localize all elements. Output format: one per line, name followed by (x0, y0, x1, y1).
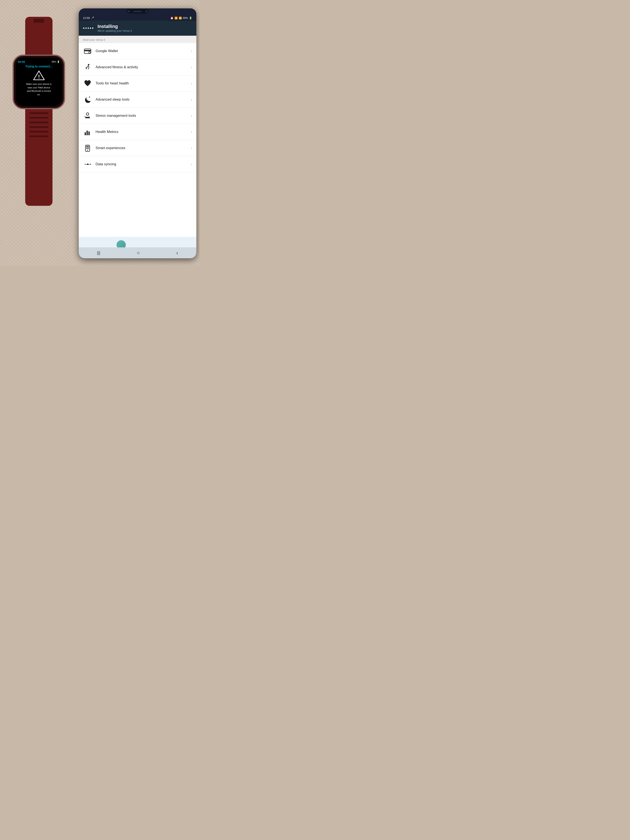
svg-point-16 (87, 150, 88, 151)
bottom-peek (79, 237, 196, 247)
menu-item-stress-tools[interactable]: Stress management tools › (79, 108, 196, 124)
wallet-icon (83, 46, 92, 56)
nav-back-button[interactable]: ‹ (172, 248, 182, 258)
watch-band-bottom (25, 109, 52, 206)
chevron-icon-smart-experiences: › (191, 146, 192, 150)
installing-subtitle: We're updating your Versa 4 (98, 29, 132, 32)
smart-icon (83, 144, 92, 153)
nav-home-button[interactable]: ○ (133, 248, 144, 257)
sleep-icon: Z (83, 95, 92, 104)
heart-icon (83, 79, 92, 88)
band-hole-6 (29, 136, 48, 137)
phone-content: Meet your Versa 4 Google Wallet › (79, 36, 196, 247)
svg-point-5 (88, 64, 90, 66)
band-hole-3 (29, 122, 48, 123)
watch-warning-icon: ! (33, 70, 45, 80)
watch-screen: 00:59 98% 🔋 Trying to connect... ! Make … (16, 58, 62, 106)
watch-device: 00:59 98% 🔋 Trying to connect... ! Make … (6, 17, 71, 206)
menu-item-google-wallet[interactable]: Google Wallet › (79, 43, 196, 59)
chevron-icon-health-metrics: › (191, 130, 192, 134)
running-icon (83, 63, 92, 72)
menu-label-sleep-tools: Advanced sleep tools (96, 98, 191, 102)
menu-item-sleep-tools[interactable]: Z Advanced sleep tools › (79, 92, 196, 108)
stress-icon (83, 111, 92, 120)
front-camera (128, 11, 129, 12)
menu-item-heart-health[interactable]: Tools for heart health › (79, 76, 196, 92)
metrics-icon (83, 127, 92, 136)
menu-item-smart-experiences[interactable]: Smart experiences › (79, 140, 196, 156)
status-bar: 12:59 🎤 ⏰ 📶 📶 66% 🔋 (79, 14, 196, 21)
phone-notch (79, 8, 196, 14)
android-nav-bar: ||| ○ ‹ (79, 247, 196, 258)
chevron-icon-advanced-fitness: › (191, 65, 192, 69)
menu-item-advanced-fitness[interactable]: Advanced fitness & activity › (79, 59, 196, 76)
section-label: Meet your Versa 4 (79, 36, 196, 43)
menu-label-health-metrics: Health Metrics (96, 130, 191, 134)
chevron-icon-sleep-tools: › (191, 98, 192, 102)
menu-label-heart-health: Tools for heart health (96, 81, 191, 85)
svg-rect-8 (85, 132, 86, 135)
svg-point-4 (88, 51, 90, 53)
menu-label-data-syncing: Data syncing (96, 162, 191, 166)
peek-avatar (117, 240, 126, 247)
chevron-icon-heart-health: › (191, 81, 192, 86)
menu-label-advanced-fitness: Advanced fitness & activity (96, 65, 191, 69)
svg-rect-3 (84, 50, 91, 51)
installing-title: Installing (98, 24, 132, 29)
chevron-icon-google-wallet: › (191, 49, 192, 53)
menu-list: Google Wallet › Advanced fitness & activ… (79, 43, 196, 237)
svg-text:•••••: ••••• (85, 163, 92, 166)
nav-recents-button[interactable]: ||| (93, 249, 104, 257)
back-dots[interactable]: ••••• (83, 25, 94, 31)
svg-text:!: ! (38, 74, 40, 80)
svg-point-7 (86, 113, 89, 115)
watch-time: 00:59 (18, 60, 25, 63)
menu-label-smart-experiences: Smart experiences (96, 146, 191, 150)
speaker (133, 11, 142, 12)
svg-text:Z: Z (89, 96, 90, 98)
notch (127, 9, 148, 14)
watch-band-top (25, 17, 52, 55)
watch-body: 00:59 98% 🔋 Trying to connect... ! Make … (13, 55, 65, 109)
installing-header: ••••• Installing We're updating your Ver… (79, 21, 196, 36)
watch-connecting-text: Trying to connect... (25, 65, 52, 68)
band-hole-4 (29, 126, 48, 128)
menu-label-stress-tools: Stress management tools (96, 114, 191, 118)
menu-item-health-metrics[interactable]: Health Metrics › (79, 124, 196, 140)
band-hole-1 (29, 112, 48, 114)
chevron-icon-stress-tools: › (191, 114, 192, 118)
watch-battery: 98% 🔋 (52, 60, 60, 63)
sensor (145, 11, 147, 12)
installing-text-block: Installing We're updating your Versa 4 (98, 24, 132, 32)
watch-top-bar: 00:59 98% 🔋 (18, 60, 60, 63)
watch-message: Make sure your phone isnear your Fitbit … (26, 82, 51, 96)
status-time: 12:59 🎤 (83, 16, 94, 19)
phone-device: 12:59 🎤 ⏰ 📶 📶 66% 🔋 ••••• Installing We'… (79, 8, 196, 258)
chevron-icon-data-syncing: › (191, 162, 192, 167)
band-hole-2 (29, 117, 48, 118)
menu-label-google-wallet: Google Wallet (96, 49, 191, 53)
svg-rect-13 (86, 146, 89, 147)
svg-rect-9 (87, 131, 88, 135)
band-hole-5 (29, 131, 48, 133)
svg-rect-14 (86, 147, 89, 148)
svg-rect-10 (88, 131, 90, 135)
sync-icon: ••••• (83, 159, 92, 169)
status-icons: ⏰ 📶 📶 66% 🔋 (170, 17, 192, 19)
svg-rect-15 (86, 148, 89, 149)
menu-item-data-syncing[interactable]: ••••• Data syncing › (79, 156, 196, 172)
